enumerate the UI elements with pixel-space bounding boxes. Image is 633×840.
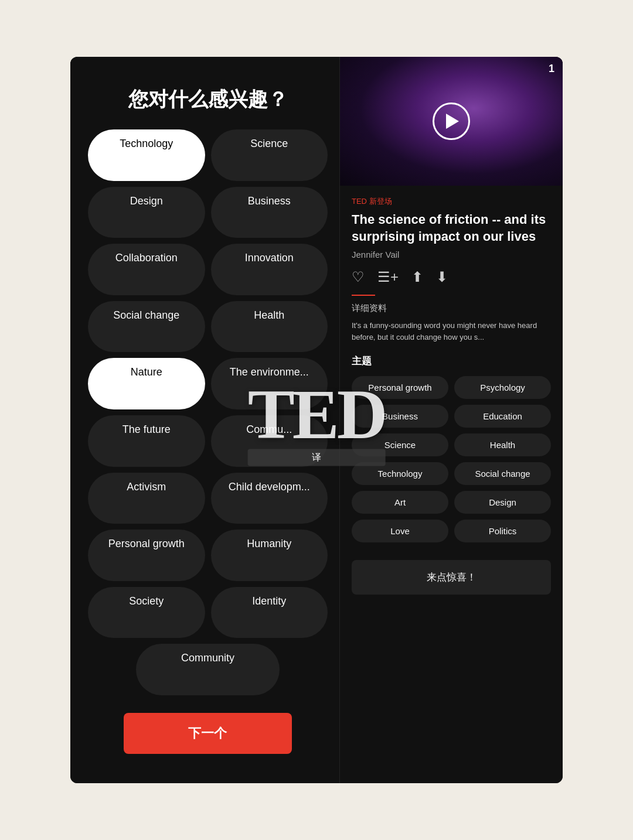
video-thumbnail[interactable]: 1 (340, 57, 563, 186)
tag-health[interactable]: Health (454, 433, 551, 456)
topic-nature[interactable]: Nature (88, 358, 205, 409)
topics-section: 主题 Personal growth Psychology Business E… (340, 346, 563, 551)
topic-design[interactable]: Design (88, 187, 205, 238)
topics-grid: Technology Science Design Business Colla… (88, 129, 328, 695)
topic-social-change[interactable]: Social change (88, 301, 205, 353)
left-panel: 您对什么感兴趣？ Technology Science Design Busin… (70, 57, 340, 783)
talk-speaker: Jennifer Vail (352, 250, 551, 259)
tag-social-change[interactable]: Social change (454, 462, 551, 485)
topics-section-label: 主题 (352, 354, 551, 368)
tag-personal-growth[interactable]: Personal growth (352, 376, 448, 399)
share-icon[interactable]: ⬆ (411, 269, 423, 285)
topic-identity[interactable]: Identity (211, 587, 328, 638)
tag-love[interactable]: Love (352, 520, 448, 542)
topic-health[interactable]: Health (211, 301, 328, 353)
heart-icon[interactable]: ♡ (352, 269, 365, 285)
video-number: 1 (549, 63, 554, 75)
topic-the-environment[interactable]: The environme... (211, 358, 328, 409)
tag-business[interactable]: Business (352, 405, 448, 428)
topic-humanity[interactable]: Humanity (211, 530, 328, 581)
outer-container: 您对什么感兴趣？ Technology Science Design Busin… (41, 22, 592, 818)
ted-label: TED 新登场 (352, 196, 551, 207)
topic-innovation[interactable]: Innovation (211, 244, 328, 295)
tag-design[interactable]: Design (454, 491, 551, 514)
tag-technology[interactable]: Technology (352, 462, 448, 485)
next-button[interactable]: 下一个 (124, 713, 291, 754)
topic-activism[interactable]: Activism (88, 473, 205, 524)
topic-technology[interactable]: Technology (88, 129, 205, 181)
topic-community-short[interactable]: Commu... (211, 415, 328, 467)
tag-art[interactable]: Art (352, 491, 448, 514)
topic-community-wide[interactable]: Community (136, 644, 280, 695)
right-panel: 1 TED 新登场 The science of friction -- and… (340, 57, 563, 783)
download-icon[interactable]: ⬇ (436, 269, 448, 285)
tag-education[interactable]: Education (454, 405, 551, 428)
description-text: It's a funny-sounding word you might nev… (352, 320, 551, 343)
page-title: 您对什么感兴趣？ (88, 86, 328, 113)
topic-child-development[interactable]: Child developm... (211, 473, 328, 524)
topic-society[interactable]: Society (88, 587, 205, 638)
play-icon (446, 114, 459, 129)
topic-personal-growth[interactable]: Personal growth (88, 530, 205, 581)
topic-science[interactable]: Science (211, 129, 328, 181)
detail-label: 详细资料 (352, 303, 551, 314)
surprise-button[interactable]: 来点惊喜！ (352, 560, 551, 595)
tag-psychology[interactable]: Psychology (454, 376, 551, 399)
main-card: 您对什么感兴趣？ Technology Science Design Busin… (70, 57, 563, 783)
topic-business[interactable]: Business (211, 187, 328, 238)
tag-science[interactable]: Science (352, 433, 448, 456)
topic-the-future[interactable]: The future (88, 415, 205, 467)
topics-tag-grid: Personal growth Psychology Business Educ… (352, 376, 551, 542)
talk-info: TED 新登场 The science of friction -- and i… (340, 186, 563, 346)
action-icons: ♡ ☰+ ⬆ ⬇ (352, 269, 551, 285)
play-button[interactable] (433, 103, 470, 140)
tag-politics[interactable]: Politics (454, 520, 551, 542)
playlist-add-icon[interactable]: ☰+ (377, 269, 399, 285)
topic-collaboration[interactable]: Collaboration (88, 244, 205, 295)
detail-divider (352, 295, 375, 296)
talk-title: The science of friction -- and its surpr… (352, 211, 551, 245)
